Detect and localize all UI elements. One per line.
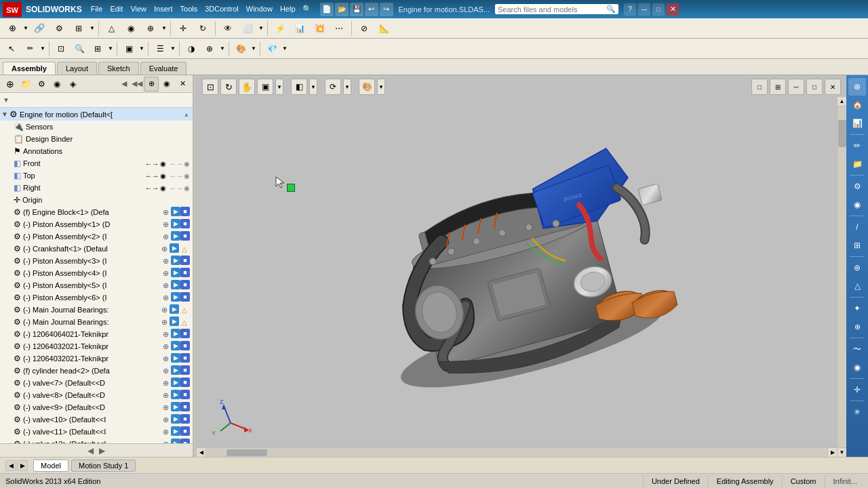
rp-btn-12[interactable]: ✦ [848, 300, 866, 317]
hide-show-components-btn[interactable]: ☰ [151, 40, 169, 58]
tree-item[interactable]: ⚙(-) Piston Assembly<3> (I⊕▶■ [0, 255, 193, 267]
tree-item-suffix-icon[interactable]: ⊕ [160, 390, 171, 401]
tree-item-suffix-icon[interactable]: ▶ [170, 317, 179, 326]
linear-pattern-btn[interactable]: ⊞ [69, 20, 88, 37]
menu-search-icon[interactable]: 🔍 [300, 3, 315, 15]
menu-view[interactable]: View [127, 3, 150, 15]
rp-btn-1[interactable]: ⊕ [848, 78, 866, 96]
panel-gear-btn[interactable]: ◉ [159, 77, 174, 92]
rp-btn-11[interactable]: △ [848, 277, 866, 295]
tree-item-suffix-icon[interactable]: ■ [180, 207, 190, 216]
options-display[interactable]: ▼ [138, 40, 145, 58]
zoom-to-fit-btn[interactable]: ⊡ [52, 40, 70, 58]
assembly-features-btn[interactable]: ⚙ [50, 20, 68, 37]
tree-item[interactable]: ⚑Annotations [0, 145, 193, 157]
hscroll-thumb[interactable] [226, 449, 267, 456]
config-manager-btn[interactable]: ⚙ [34, 77, 49, 92]
rp-btn-17[interactable]: ✳ [848, 403, 866, 421]
tree-item-suffix-icon[interactable]: ▶ [171, 439, 180, 443]
menu-tools[interactable]: Tools [177, 3, 201, 15]
zoom-btn[interactable]: 🔍 [71, 40, 88, 58]
change-transparent-btn[interactable]: ⬜ [238, 20, 257, 37]
options-vp3[interactable]: ▼ [343, 79, 351, 95]
search-box[interactable]: 🔍 [495, 4, 618, 14]
rp-btn-15[interactable]: ◉ [848, 359, 866, 376]
rp-btn-16[interactable]: ✛ [848, 381, 866, 399]
tree-item-suffix-icon[interactable]: ■ [180, 353, 190, 363]
mate-btn[interactable]: ⊕ [141, 20, 160, 37]
redo-button[interactable]: ↪ [380, 3, 393, 16]
tree-item-suffix-icon[interactable]: ⊕ [160, 280, 171, 291]
tree-item-suffix-icon[interactable]: △ [179, 317, 190, 327]
real-view-btn[interactable]: 💎 [263, 40, 281, 58]
display-manager-btn[interactable]: ◈ [65, 77, 80, 92]
tree-item[interactable]: ⚙(-) valve<10> (Default<<I⊕▶■ [0, 413, 193, 426]
tree-item[interactable]: ⚙(-) Piston Assembly<5> (I⊕▶■ [0, 279, 193, 291]
rp-btn-10[interactable]: ⊛ [848, 259, 866, 277]
rp-btn-7[interactable]: ◉ [848, 196, 866, 214]
tree-item-suffix-icon[interactable]: ■ [180, 329, 190, 338]
tree-item[interactable]: ⚙(-) Main Journal Bearings:⊕▶△ [0, 304, 193, 316]
tree-item-suffix-icon[interactable]: ■ [180, 365, 190, 375]
tree-item-suffix-icon[interactable]: ⊕ [159, 243, 170, 254]
tree-item-suffix-icon[interactable]: ◉ [157, 182, 168, 193]
section-view-btn[interactable]: ◑ [182, 40, 200, 58]
explode-line-btn[interactable]: ⋯ [330, 20, 349, 37]
tree-item-suffix-icon[interactable]: ■ [180, 439, 190, 443]
tree-item-suffix-icon[interactable]: ⊕ [160, 365, 171, 376]
vscroll-down[interactable]: ▼ [837, 447, 847, 457]
options-hide[interactable]: ▼ [170, 40, 176, 58]
rp-btn-4[interactable]: ✏ [848, 137, 866, 155]
appearance-btn[interactable]: 🎨 [232, 40, 250, 58]
vp-min-btn[interactable]: ─ [788, 79, 804, 95]
options-vp4[interactable]: ▼ [377, 79, 385, 95]
rp-btn-13[interactable]: ⊕ [848, 318, 866, 336]
tree-item-suffix-icon[interactable]: ▶ [171, 268, 180, 277]
tree-item-suffix-icon[interactable]: ▶ [171, 402, 180, 411]
tree-item-suffix-icon[interactable]: ⊕ [160, 353, 171, 364]
menu-file[interactable]: File [87, 3, 106, 15]
options-view[interactable]: ▼ [107, 40, 114, 58]
reference-geometry-btn[interactable]: △ [102, 20, 121, 37]
tree-item-suffix-icon[interactable]: ⊕ [160, 378, 171, 388]
feature-tree-btn[interactable]: ⊕ [3, 77, 18, 92]
tree-item[interactable]: ⚙(-) valve<12> (Default<<I⊕▶■ [0, 438, 193, 443]
options4[interactable]: ▼ [258, 20, 264, 37]
tree-item[interactable]: ⚙(-) Main Journal Bearings:⊕▶△ [0, 316, 193, 328]
tree-root[interactable]: ▼ ⚙ Engine for motion (Default<[ ▲ [0, 108, 193, 121]
tree-item[interactable]: ◧Right←→◉←→◉ [0, 182, 193, 194]
display-mode-vp[interactable]: ◧ [291, 79, 307, 95]
tree-item-suffix-icon[interactable]: ▶ [171, 231, 180, 241]
render-vp[interactable]: 🎨 [359, 79, 375, 95]
close-button[interactable]: ✕ [667, 3, 679, 16]
tree-item[interactable]: ⚙(-) valve<9> (Default<<D⊕▶■ [0, 401, 193, 413]
tree-item-suffix-icon[interactable]: ▶ [171, 378, 180, 387]
rp-btn-14[interactable]: 〜 [848, 340, 866, 358]
tree-item-suffix-icon[interactable]: ⊕ [160, 329, 171, 340]
tree-item-suffix-icon[interactable]: ⊕ [159, 317, 170, 327]
rotate-view-vp[interactable]: ↻ [220, 79, 237, 95]
nav-back-btn[interactable]: ◀ [118, 78, 130, 90]
tree-item[interactable]: ⚙(-) valve<7> (Default<<D⊕▶■ [0, 377, 193, 389]
tree-item-suffix-icon[interactable]: ⊕ [160, 268, 171, 279]
sketch-btn[interactable]: ✏ [21, 40, 39, 58]
save-button[interactable]: 💾 [350, 3, 363, 16]
zoom-to-fit-vp[interactable]: ⊡ [202, 79, 218, 95]
tree-item-suffix-icon[interactable]: ←→ [146, 170, 157, 181]
tree-item[interactable]: ⚙(f) cylinder head<2> (Defa⊕▶■ [0, 365, 193, 377]
rp-btn-3[interactable]: 📊 [848, 115, 866, 132]
tree-item[interactable]: ⚙(-) 12064032021-Teknikpr⊕▶■ [0, 340, 193, 352]
assembly-visualization-btn[interactable]: 📊 [290, 20, 309, 37]
tree-item[interactable]: ⚙(-) 12064032021-Teknikpr⊕▶■ [0, 352, 193, 365]
interference-detect-btn[interactable]: ⊘ [355, 20, 374, 37]
rp-btn-8[interactable]: / [848, 218, 866, 236]
options-vp1[interactable]: ▼ [275, 79, 283, 95]
tree-item-suffix-icon[interactable]: ■ [180, 219, 190, 228]
tree-item-suffix-icon[interactable]: ▶ [170, 243, 179, 253]
tree-item-suffix-icon[interactable]: ▶ [171, 365, 180, 375]
tree-item-suffix-icon[interactable]: ■ [180, 268, 190, 277]
tree-item-suffix-icon[interactable]: ⊕ [160, 414, 171, 425]
options-tb2[interactable]: ▼ [39, 40, 46, 58]
tree-item-suffix-icon[interactable]: ◉ [157, 170, 168, 181]
tree-item-suffix-icon[interactable]: ←→ [146, 182, 157, 193]
